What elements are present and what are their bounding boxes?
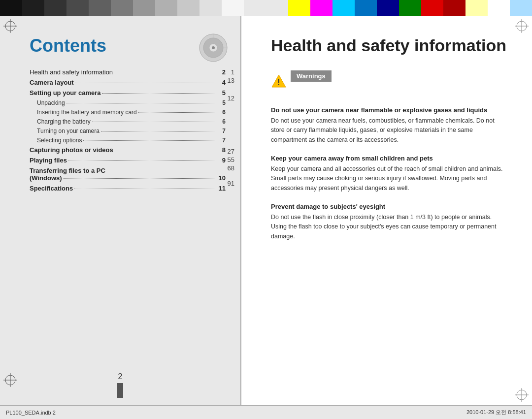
toc-text-unpacking: Unpacking	[37, 99, 65, 106]
toc-text-capturing: Capturing photos or videos	[30, 146, 113, 154]
side-num-13: 13	[228, 77, 234, 84]
contents-title: Contents	[30, 35, 226, 56]
toc-entry-charging: Charging the battery 6	[30, 118, 226, 125]
toc-text-camera-layout: Camera layout	[30, 79, 74, 86]
toc-text-setup: Setting up your camera	[30, 89, 100, 97]
toc-entry-unpacking: Unpacking 5	[30, 99, 226, 106]
safety-section-2: Keep your camera away from small childre…	[271, 155, 507, 193]
side-num-empty2: -	[228, 112, 234, 118]
side-num-91: 91	[228, 180, 234, 187]
swatch-5	[89, 0, 111, 16]
toc-num-camera-layout: 4	[216, 79, 226, 86]
page-num-text: 2	[118, 372, 123, 381]
side-numbers: 1 13 12 - - - - - 27 55 68 91	[228, 69, 234, 189]
toc-num-setup: 5	[216, 89, 226, 97]
side-num-55: 55	[228, 157, 234, 163]
toc-num-turning-on: 7	[216, 128, 226, 134]
swatch-1	[0, 0, 22, 16]
toc-text-turning-on: Turning on your camera	[37, 128, 100, 134]
swatch-red	[421, 0, 443, 16]
page-num-bar	[117, 383, 123, 398]
swatch-8	[155, 0, 177, 16]
swatch-2	[22, 0, 44, 16]
reg-mark-bottom-left	[2, 372, 18, 388]
swatch-10	[200, 0, 222, 16]
toc-num-selecting: 7	[216, 137, 226, 144]
toc-entry-transferring: Transferring files to a PC (Windows) 10	[30, 167, 226, 182]
swatch-blue	[355, 0, 377, 16]
swatch-lightblue	[510, 0, 532, 16]
toc-text-specs: Specifications	[30, 185, 73, 192]
toc-dots-charging	[92, 122, 214, 122]
footer-right: 2010-01-29 오전 8:58:41	[466, 409, 526, 416]
side-num-empty3: -	[228, 120, 234, 127]
footer-left: PL100_SEDA.indb 2	[6, 410, 56, 416]
toc-entry-playing: Playing files 9	[30, 157, 226, 164]
svg-text:!: !	[277, 78, 280, 87]
swatch-darkred	[443, 0, 466, 16]
toc-text-battery-insert: Inserting the battery and memory card	[37, 109, 137, 116]
toc-num-battery-insert: 6	[216, 109, 226, 116]
page-number: 2	[117, 372, 123, 398]
swatch-lightyellow	[466, 0, 488, 16]
svg-point-9	[212, 46, 215, 49]
safety-heading-2: Keep your camera away from small childre…	[271, 155, 507, 162]
footer-bar: PL100_SEDA.indb 2 2010-01-29 오전 8:58:41	[0, 405, 532, 419]
safety-section-3: Prevent damage to subjects' eyesight Do …	[271, 203, 507, 241]
side-num-27: 27	[228, 148, 234, 155]
main-content: Contents Health and safety information 2…	[0, 16, 532, 405]
toc-num-charging: 6	[216, 118, 226, 125]
toc-entry-setup: Setting up your camera 5	[30, 89, 226, 97]
toc-entry-capturing: Capturing photos or videos 8	[30, 146, 226, 154]
side-num-1: 1	[228, 69, 234, 75]
toc-dots-battery-insert	[138, 112, 214, 113]
reg-mark-bottom-right	[514, 387, 530, 403]
toc-num-specs: 11	[216, 185, 226, 192]
swatch-gap	[244, 0, 288, 16]
toc-num-capturing: 8	[216, 146, 226, 154]
toc-entry-turning-on: Turning on your camera 7	[30, 128, 226, 134]
swatch-7	[133, 0, 155, 16]
right-page: Health and safety information ! Warnings…	[241, 16, 532, 405]
toc-entry-selecting: Selecting options 7	[30, 137, 226, 144]
toc-dots-unpacking	[66, 103, 214, 103]
reg-mark-top-right	[514, 18, 530, 34]
toc-entry-camera-layout: Camera layout 4	[30, 79, 226, 86]
toc-text-transferring: Transferring files to a PC	[30, 167, 105, 174]
toc-dots-setup	[102, 93, 214, 94]
side-num-12: 12	[228, 95, 234, 101]
toc-text-charging: Charging the battery	[37, 118, 91, 125]
toc-text-health: Health and safety information	[30, 68, 113, 76]
toc-entry-specs: Specifications 11	[30, 185, 226, 192]
toc-entry-health: Health and safety information 2	[30, 68, 226, 76]
warning-triangle-icon: !	[271, 73, 287, 91]
toc-dots-turning-on	[101, 131, 214, 131]
safety-text-3: Do not use the flash in close proximity …	[271, 213, 507, 241]
swatch-4	[66, 0, 89, 16]
swatch-3	[44, 0, 66, 16]
toc-num-unpacking: 5	[216, 99, 226, 106]
safety-heading-1: Do not use your camera near flammable or…	[271, 106, 507, 114]
health-title: Health and safety information	[271, 35, 507, 56]
toc-dots-playing	[68, 161, 214, 161]
swatch-6	[111, 0, 133, 16]
toc-dots-transferring	[64, 178, 214, 179]
side-num-68: 68	[228, 165, 234, 171]
swatch-11	[222, 0, 244, 16]
toc-text-playing: Playing files	[30, 157, 67, 164]
disc-icon	[199, 33, 228, 63]
toc-dots-camera-layout	[75, 83, 214, 83]
toc-num-health: 2	[216, 68, 226, 76]
toc-entry-battery-insert: Inserting the battery and memory card 6	[30, 109, 226, 116]
side-num-empty5: -	[228, 137, 234, 143]
left-page: Contents Health and safety information 2…	[0, 16, 241, 405]
swatch-9	[177, 0, 200, 16]
toc-text-transferring-sub: (Windows)	[30, 174, 62, 182]
safety-text-1: Do not use your camera near fuels, combu…	[271, 116, 507, 145]
safety-section-1: Do not use your camera near flammable or…	[271, 106, 507, 145]
safety-heading-3: Prevent damage to subjects' eyesight	[271, 203, 507, 210]
swatch-cyan	[332, 0, 355, 16]
warning-label: Warnings	[297, 72, 326, 80]
swatch-darkblue	[377, 0, 399, 16]
swatch-magenta	[310, 0, 332, 16]
